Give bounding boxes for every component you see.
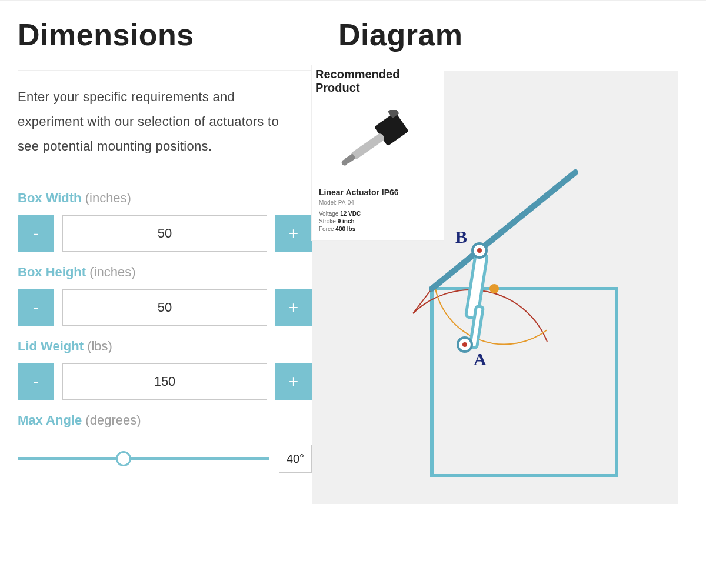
lid-weight-minus-button[interactable]: -: [18, 363, 54, 400]
box-width-minus-button[interactable]: -: [18, 215, 54, 252]
arc-orange: [435, 289, 547, 345]
max-angle-value: 40°: [279, 445, 312, 473]
divider: [18, 70, 312, 71]
box-width-input[interactable]: [62, 215, 267, 252]
label-a: A: [474, 349, 487, 369]
lid-weight-stepper: - +: [18, 363, 312, 400]
actuator-product-icon: [331, 110, 425, 175]
lid-weight-plus-button[interactable]: +: [275, 363, 312, 400]
lid-weight-label: Lid Weight (lbs): [18, 339, 312, 354]
box-width-plus-button[interactable]: +: [275, 215, 312, 252]
box-outline: [432, 289, 617, 476]
product-model: Model: PA-04: [312, 198, 444, 211]
hinge-dot: [489, 284, 499, 293]
box-height-minus-button[interactable]: -: [18, 289, 54, 326]
product-specs: Voltage 12 VDC Stroke 9 inch Force 400 l…: [312, 211, 444, 232]
box-height-input[interactable]: [62, 289, 267, 326]
svg-point-3: [477, 248, 482, 253]
box-height-stepper: - +: [18, 289, 312, 326]
point-a[interactable]: [458, 338, 472, 352]
box-width-label: Box Width (inches): [18, 191, 312, 206]
box-height-label: Box Height (inches): [18, 265, 312, 280]
lid-weight-input[interactable]: [62, 363, 267, 400]
box-height-plus-button[interactable]: +: [275, 289, 312, 326]
product-title: Linear Actuator IP66: [312, 186, 444, 198]
lid-line: [432, 172, 575, 289]
dimensions-heading: Dimensions: [18, 17, 312, 52]
diagram-heading: Diagram: [338, 17, 706, 52]
max-angle-slider[interactable]: [18, 452, 269, 466]
max-angle-label: Max Angle (degrees): [18, 413, 312, 428]
actuator-icon: [466, 253, 488, 348]
svg-rect-8: [350, 132, 385, 161]
box-width-stepper: - +: [18, 215, 312, 252]
recommended-label: Recommended Product: [312, 65, 444, 98]
point-b[interactable]: [472, 243, 487, 258]
product-image: [312, 98, 444, 186]
intro-text: Enter your specific requirements and exp…: [18, 85, 294, 158]
divider: [18, 176, 312, 176]
label-b: B: [455, 227, 467, 246]
svg-point-5: [462, 342, 467, 347]
recommended-product-card[interactable]: Recommended Product Linear Actuator IP66…: [312, 65, 444, 240]
